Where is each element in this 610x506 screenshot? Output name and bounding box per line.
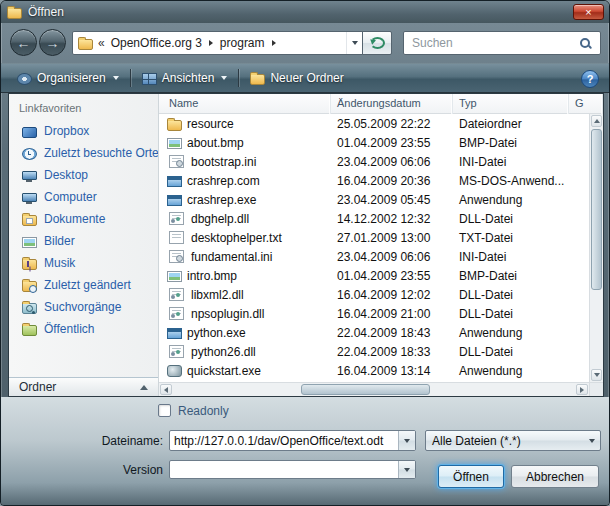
horizontal-scroll-thumb[interactable] <box>301 384 430 395</box>
file-date: 14.12.2002 12:32 <box>331 212 453 226</box>
file-icon <box>169 155 184 168</box>
sidebar-item-searches[interactable]: Suchvorgänge <box>9 296 158 318</box>
scroll-right-button[interactable] <box>576 384 588 395</box>
filetype-select[interactable]: Alle Dateien (*.*) <box>425 430 601 451</box>
sidebar-item-label: Zuletzt besuchte Orte <box>44 146 158 160</box>
file-type: Anwendung <box>453 193 569 207</box>
filename-input[interactable] <box>170 431 398 450</box>
file-row[interactable]: python.exe22.04.2009 18:43Anwendung <box>159 323 589 342</box>
open-dialog: Öffnen × ← → « OpenOffice.org 3 program … <box>0 0 610 506</box>
sidebar-item-label: Dropbox <box>44 124 89 138</box>
file-row[interactable]: libxml2.dll16.04.2009 12:02DLL-Datei <box>159 285 589 304</box>
file-date: 25.05.2009 22:22 <box>331 117 453 131</box>
vertical-scrollbar[interactable] <box>589 114 603 382</box>
documents-icon <box>22 215 37 226</box>
favorites-sidebar: Linkfavoriten Dropbox Zuletzt besuchte O… <box>9 94 159 396</box>
readonly-checkbox[interactable] <box>158 404 171 417</box>
file-row[interactable]: quickstart.exe16.04.2009 13:14Anwendung <box>159 361 589 380</box>
column-header-name[interactable]: Name <box>159 94 331 114</box>
file-name: crashrep.com <box>187 174 260 188</box>
file-name: libxml2.dll <box>191 288 244 302</box>
version-dropdown-button[interactable] <box>398 461 415 478</box>
file-date: 23.04.2009 05:45 <box>331 193 453 207</box>
main-content: Linkfavoriten Dropbox Zuletzt besuchte O… <box>8 93 604 397</box>
filetype-dropdown-button[interactable] <box>583 439 600 443</box>
back-button[interactable]: ← <box>10 29 37 56</box>
file-row[interactable]: resource25.05.2009 22:22Dateiordner <box>159 114 589 133</box>
filetype-value: Alle Dateien (*.*) <box>426 434 583 448</box>
window-icon <box>7 8 22 19</box>
breadcrumb-overflow-button[interactable]: « <box>98 36 105 50</box>
organize-icon <box>17 73 32 85</box>
cancel-button[interactable]: Abbrechen <box>511 465 599 488</box>
file-row[interactable]: bootstrap.ini23.04.2009 06:06INI-Datei <box>159 152 589 171</box>
search-icon[interactable] <box>579 37 594 50</box>
titlebar[interactable]: Öffnen × <box>1 1 609 23</box>
folders-expander[interactable]: Ordner <box>9 377 158 396</box>
address-bar[interactable]: « OpenOffice.org 3 program <box>72 31 363 55</box>
file-name: dbghelp.dll <box>191 212 249 226</box>
breadcrumb-item[interactable]: program <box>217 36 268 50</box>
filename-combo[interactable] <box>169 430 416 451</box>
scroll-left-button[interactable] <box>160 384 172 395</box>
vertical-scroll-thumb[interactable] <box>591 129 602 290</box>
sidebar-item-pictures[interactable]: Bilder <box>9 230 158 252</box>
sidebar-item-public[interactable]: Öffentlich <box>9 318 158 340</box>
version-combo[interactable] <box>169 460 416 479</box>
file-row[interactable]: intro.bmp01.04.2009 23:55BMP-Datei <box>159 266 589 285</box>
column-header-type[interactable]: Typ <box>453 94 569 114</box>
sidebar-item-music[interactable]: Musik <box>9 252 158 274</box>
readonly-label: Readonly <box>178 404 229 418</box>
file-type: Anwendung <box>453 326 569 340</box>
search-box[interactable] <box>403 31 601 55</box>
file-row[interactable]: crashrep.com16.04.2009 20:36MS-DOS-Anwen… <box>159 171 589 190</box>
close-button[interactable]: × <box>573 4 604 20</box>
file-row[interactable]: crashrep.exe23.04.2009 05:45Anwendung <box>159 190 589 209</box>
file-type: DLL-Datei <box>453 345 569 359</box>
organize-button[interactable]: Organisieren <box>9 67 127 89</box>
file-row[interactable]: npsoplugin.dll16.04.2009 21:00DLL-Datei <box>159 304 589 323</box>
new-folder-button[interactable]: Neuer Ordner <box>242 67 351 89</box>
views-button[interactable]: Ansichten <box>134 67 236 89</box>
address-history-dropdown[interactable] <box>346 32 362 54</box>
sidebar-item-documents[interactable]: Dokumente <box>9 208 158 230</box>
open-button[interactable]: Öffnen <box>438 465 504 488</box>
file-date: 01.04.2009 23:55 <box>331 269 453 283</box>
dropbox-icon <box>22 127 37 138</box>
sidebar-item-recently-changed[interactable]: Zuletzt geändert <box>9 274 158 296</box>
chevron-down-icon <box>404 468 410 472</box>
scroll-down-button[interactable] <box>591 369 602 381</box>
refresh-button[interactable] <box>362 31 392 55</box>
file-row[interactable]: desktophelper.txt27.01.2009 13:00TXT-Dat… <box>159 228 589 247</box>
public-icon <box>22 325 37 336</box>
file-row[interactable]: dbghelp.dll14.12.2002 12:32DLL-Datei <box>159 209 589 228</box>
sidebar-item-label: Computer <box>44 190 97 204</box>
file-icon <box>169 288 184 301</box>
scrollbar-corner <box>589 382 603 396</box>
column-header-date[interactable]: Änderungsdatum <box>331 94 453 114</box>
file-date: 22.04.2009 18:43 <box>331 326 453 340</box>
sidebar-item-dropbox[interactable]: Dropbox <box>9 120 158 142</box>
breadcrumb-item[interactable]: OpenOffice.org 3 <box>108 36 205 50</box>
column-header-size[interactable]: G <box>569 94 603 114</box>
help-button[interactable]: ? <box>581 70 599 88</box>
file-row[interactable]: python26.dll22.04.2009 18:33DLL-Datei <box>159 342 589 361</box>
file-name: desktophelper.txt <box>191 231 282 245</box>
scroll-up-button[interactable] <box>591 115 602 127</box>
navigation-bar: ← → « OpenOffice.org 3 program <box>1 23 609 63</box>
sidebar-item-desktop[interactable]: Desktop <box>9 164 158 186</box>
file-row[interactable]: fundamental.ini23.04.2009 06:06INI-Datei <box>159 247 589 266</box>
file-type: BMP-Datei <box>453 136 569 150</box>
recently-changed-icon <box>22 281 37 292</box>
forward-button[interactable]: → <box>39 29 66 56</box>
sidebar-item-label: Desktop <box>44 168 88 182</box>
search-input[interactable] <box>410 35 579 51</box>
sidebar-item-label: Dokumente <box>44 212 105 226</box>
version-input[interactable] <box>170 461 398 478</box>
filename-dropdown-button[interactable] <box>398 431 415 450</box>
sidebar-item-recent-places[interactable]: Zuletzt besuchte Orte <box>9 142 158 164</box>
file-type: DLL-Datei <box>453 212 569 226</box>
sidebar-item-computer[interactable]: Computer <box>9 186 158 208</box>
file-row[interactable]: about.bmp01.04.2009 23:55BMP-Datei <box>159 133 589 152</box>
horizontal-scrollbar[interactable] <box>159 382 589 396</box>
